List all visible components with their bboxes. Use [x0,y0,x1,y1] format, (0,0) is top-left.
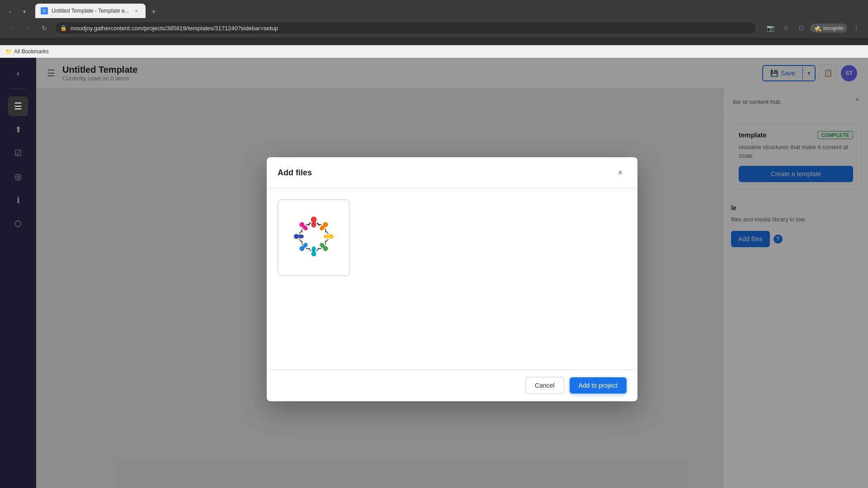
tab-close-btn[interactable]: × [133,7,140,14]
upload-icon: ⬆ [15,125,22,135]
sidebar-item-info[interactable]: ℹ [8,190,28,210]
more-options-btn[interactable]: ⋮ [850,22,863,34]
svg-line-31 [306,223,310,226]
svg-point-1 [311,221,316,228]
lock-icon: 🔒 [60,25,67,31]
svg-line-26 [299,239,302,242]
app-container: ‹ ☰ ⬆ ☑ ◎ ℹ ⬡ ☰ Untitled Template Curren… [0,58,868,488]
modal-close-btn[interactable]: × [614,166,627,179]
sidebar-item-upload[interactable]: ⬆ [8,120,28,140]
sidebar-back-btn[interactable]: ‹ [10,65,26,81]
box-icon: ⬡ [14,219,22,229]
star-icon[interactable]: ☆ [779,22,792,34]
svg-point-32 [307,229,321,244]
new-tab-btn[interactable]: + [147,5,160,18]
modal-header: Add files × [267,157,637,188]
main-content: ☰ Untitled Template Currently used on 0 … [36,58,868,488]
camera-off-icon[interactable]: 📷 [764,22,777,34]
info-icon: ℹ [17,195,20,205]
colorful-logo-svg [289,213,339,263]
tab-history-back[interactable]: ‹ [4,5,16,18]
svg-line-23 [300,241,304,244]
svg-line-6 [318,223,321,226]
browser-chrome: ‹ ▾ G Untitled Template - Template e... … [0,0,868,45]
tab-title: Untitled Template - Template e... [52,8,129,14]
target-icon: ◎ [14,172,22,182]
sidebar-item-content[interactable]: ☰ [8,96,28,116]
left-sidebar: ‹ ☰ ⬆ ☑ ◎ ℹ ⬡ [0,58,36,488]
address-text: moodjoy.gathercontent.com/projects/38581… [71,25,751,32]
modal-title: Add files [278,168,312,178]
incognito-badge: 🕵 Incognito [810,23,847,33]
tab-dropdown[interactable]: ▾ [18,5,31,18]
svg-line-11 [326,239,329,242]
sidebar-item-target[interactable]: ◎ [8,167,28,187]
svg-point-9 [324,235,330,239]
add-to-project-btn[interactable]: Add to project [570,377,627,394]
browser-toolbar: ← → ↻ 🔒 moodjoy.gathercontent.com/projec… [0,18,868,38]
svg-point-25 [298,235,304,239]
add-files-modal: Add files × [267,157,637,401]
toolbar-actions: 📷 ☆ □ 🕵 Incognito ⋮ [764,22,863,34]
folder-icon: 📁 [5,48,12,55]
svg-line-14 [324,241,327,244]
tab-favicon: G [41,7,48,14]
address-bar[interactable]: 🔒 moodjoy.gathercontent.com/projects/385… [54,21,757,35]
svg-line-10 [326,231,329,233]
back-btn[interactable]: ← [5,22,18,34]
svg-line-22 [306,247,310,250]
sidebar-item-box[interactable]: ⬡ [8,214,28,234]
bookmarks-bar: 📁 All Bookmarks [0,45,868,58]
reload-btn[interactable]: ↻ [38,22,51,34]
modal-footer: Cancel Add to project [267,369,637,401]
file-thumbnail-item[interactable] [278,199,350,276]
sidebar-divider [9,89,27,89]
svg-line-27 [299,231,302,233]
browser-tabs: ‹ ▾ G Untitled Template - Template e... … [0,0,868,18]
sidebar-item-tasks[interactable]: ☑ [8,143,28,163]
active-tab[interactable]: G Untitled Template - Template e... × [35,4,146,18]
svg-point-17 [311,246,316,252]
modal-overlay[interactable]: Add files × [36,58,868,488]
modal-body [267,188,637,369]
forward-btn[interactable]: → [22,22,34,34]
checklist-icon: ☑ [14,148,22,158]
cancel-btn[interactable]: Cancel [525,377,564,394]
extensions-icon[interactable]: □ [795,22,807,34]
content-list-icon: ☰ [14,101,22,112]
svg-line-15 [318,247,321,250]
all-bookmarks-folder[interactable]: 📁 All Bookmarks [5,48,49,55]
